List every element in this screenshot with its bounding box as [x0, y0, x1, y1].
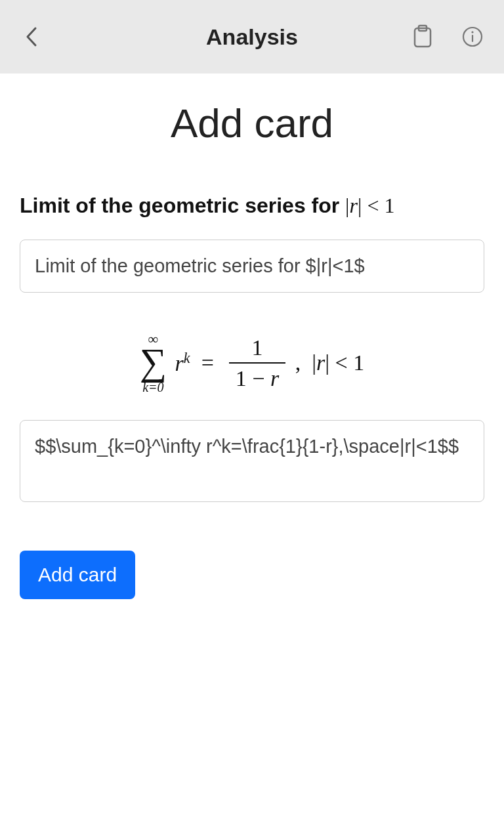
header-actions — [410, 24, 486, 50]
clipboard-button[interactable] — [410, 24, 436, 50]
content-area: Add card Limit of the geometric series f… — [0, 74, 504, 625]
add-card-button[interactable]: Add card — [20, 551, 135, 599]
app-header: Analysis — [0, 0, 504, 74]
back-preview-formula: ∞ ∑ k=0 rk = 1 1 − r , |r| < 1 — [20, 332, 484, 394]
svg-point-4 — [471, 31, 473, 33]
front-preview: Limit of the geometric series for |r| < … — [20, 192, 484, 220]
front-preview-math: |r| < 1 — [345, 194, 394, 217]
front-preview-text: Limit of the geometric series for — [20, 194, 345, 217]
front-input[interactable] — [20, 240, 484, 293]
info-icon — [461, 26, 484, 48]
back-button[interactable] — [18, 24, 45, 50]
page-title: Analysis — [206, 24, 298, 50]
page-heading: Add card — [20, 100, 484, 146]
chevron-left-icon — [24, 26, 39, 48]
back-input[interactable] — [20, 420, 484, 502]
clipboard-icon — [412, 24, 433, 49]
info-button[interactable] — [459, 24, 486, 50]
